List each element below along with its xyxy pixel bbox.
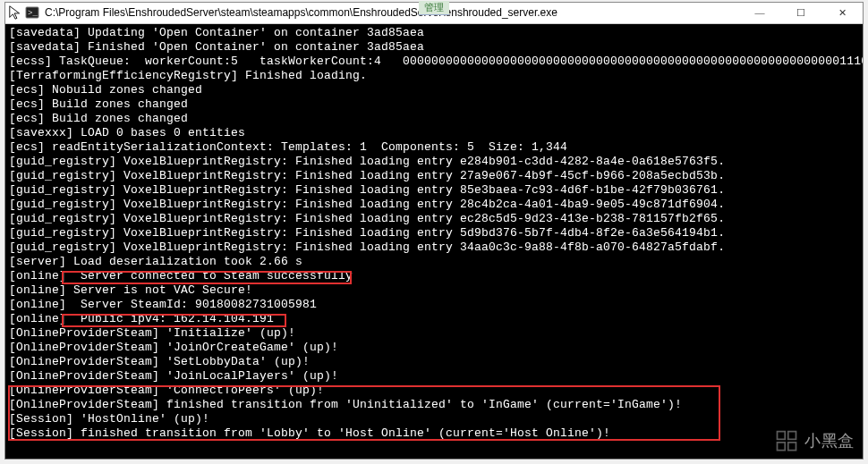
terminal-line: [server] Load deserialization took 2.66 … xyxy=(9,255,859,269)
terminal-line: [online] Server SteamId: 901800827310059… xyxy=(9,298,859,312)
terminal-line: [guid_registry] VoxelBlueprintRegistry: … xyxy=(9,240,859,255)
terminal-line: [ecs] Build zones changed xyxy=(9,112,859,126)
maximize-button[interactable]: ☐ xyxy=(780,3,821,23)
terminal-line: [ecs] Build zones changed xyxy=(9,97,859,112)
window-title: C:\Program Files\EnshroudedServer\steam\… xyxy=(45,6,739,19)
terminal-line: [TerraformingEfficiencyRegistry] Finishe… xyxy=(9,69,859,83)
console-icon: >_ xyxy=(25,5,39,20)
terminal-line: [Session] 'HostOnline' (up)! xyxy=(9,412,859,426)
terminal-line: [guid_registry] VoxelBlueprintRegistry: … xyxy=(9,212,859,226)
terminal-line: [guid_registry] VoxelBlueprintRegistry: … xyxy=(9,155,859,169)
tab-label: 管理 xyxy=(419,1,449,15)
titlebar[interactable]: >_ 管理 C:\Program Files\EnshroudedServer\… xyxy=(5,3,863,24)
terminal-line: [guid_registry] VoxelBlueprintRegistry: … xyxy=(9,169,859,183)
terminal-line: [guid_registry] VoxelBlueprintRegistry: … xyxy=(9,183,859,198)
terminal-line: [OnlineProviderSteam] finished transitio… xyxy=(9,398,859,412)
terminal-line: [ecs] Nobuild zones changed xyxy=(9,83,859,97)
terminal-line: [savedata] Finished 'Open Container' on … xyxy=(9,40,859,55)
terminal-line: [savexxx] LOAD 0 bases 0 entities xyxy=(9,126,859,140)
terminal-line: [guid_registry] VoxelBlueprintRegistry: … xyxy=(9,226,859,240)
terminal-line: [OnlineProviderSteam] 'JoinLocalPlayers'… xyxy=(9,369,859,384)
terminal-line: [online] Server is not VAC Secure! xyxy=(9,283,859,298)
window-controls: — ☐ ✕ xyxy=(739,3,863,23)
terminal-line: [online] Server connected to Steam succe… xyxy=(9,269,859,283)
terminal-line: [OnlineProviderSteam] 'SetLobbyData' (up… xyxy=(9,355,859,369)
minimize-button[interactable]: — xyxy=(739,3,780,23)
svg-text:>_: >_ xyxy=(28,9,38,18)
terminal-line: [OnlineProviderSteam] 'Initialize' (up)! xyxy=(9,326,859,341)
terminal-line: [savedata] Updating 'Open Container' on … xyxy=(9,26,859,40)
app-window: >_ 管理 C:\Program Files\EnshroudedServer\… xyxy=(4,2,864,460)
terminal-line: [OnlineProviderSteam] 'ConnectToPeers' (… xyxy=(9,384,859,398)
terminal-line: [guid_registry] VoxelBlueprintRegistry: … xyxy=(9,198,859,212)
terminal-line: [OnlineProviderSteam] 'JoinOrCreateGame'… xyxy=(9,341,859,355)
terminal-line: [Session] finished transition from 'Lobb… xyxy=(9,426,859,441)
close-button[interactable]: ✕ xyxy=(821,3,863,23)
terminal-output[interactable]: [savedata] Updating 'Open Container' on … xyxy=(5,24,863,459)
terminal-line: [online] Public ipv4: 162.14.104.191 xyxy=(9,312,859,326)
terminal-line: [ecs] readEntitySerializationContext: Te… xyxy=(9,140,859,155)
terminal-line: [ecss] TaskQueue: workerCount:5 taskWork… xyxy=(9,55,859,69)
cursor-icon xyxy=(8,4,24,21)
